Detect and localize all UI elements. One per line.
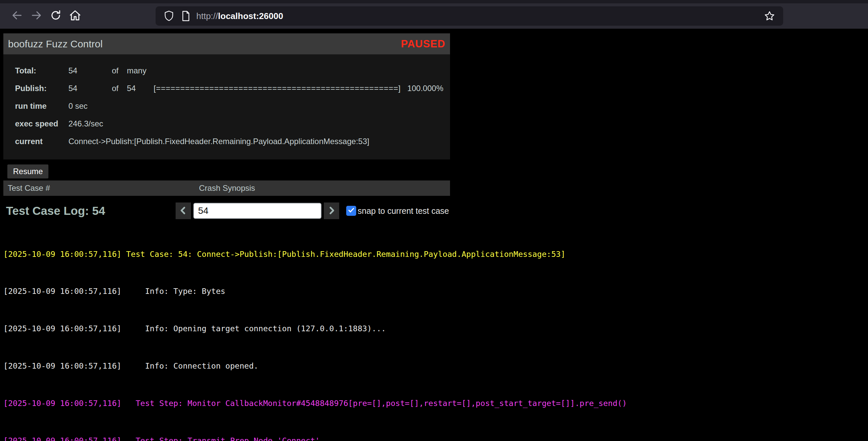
- stat-label: Total:: [15, 66, 68, 75]
- back-button[interactable]: [7, 6, 27, 26]
- page-info-icon[interactable]: [181, 10, 190, 22]
- forward-button[interactable]: [27, 6, 46, 26]
- test-case-input[interactable]: [193, 203, 321, 219]
- crash-table-col-testcase: Test Case #: [3, 183, 199, 193]
- stat-value: 246.3/sec: [68, 119, 103, 129]
- checkmark-icon: [347, 206, 355, 215]
- resume-button[interactable]: Resume: [7, 165, 49, 178]
- log-line: [2025-10-09 16:00:57,116] Info: Connecti…: [3, 360, 868, 372]
- url-text: http://localhost:26000: [196, 11, 283, 21]
- log-message: Info: Connection opened.: [122, 361, 258, 371]
- stat-max: many: [127, 66, 154, 75]
- log-timestamp: [2025-10-09 16:00:57,116]: [3, 399, 122, 408]
- stats-row-execspeed: exec speed 246.3/sec: [3, 115, 450, 132]
- page-content: boofuzz Fuzz Control PAUSED Total: 54 of…: [0, 29, 868, 441]
- stats-row-runtime: run time 0 sec: [3, 97, 450, 115]
- crash-table-col-synopsis: Crash Synopsis: [199, 183, 255, 193]
- stats-row-total: Total: 54 of many: [3, 62, 450, 79]
- log-timestamp: [2025-10-09 16:00:57,116]: [3, 436, 122, 441]
- log-header-row: Test Case Log: 54 snap to current test c…: [3, 202, 450, 219]
- log-message: Info: Type: Bytes: [122, 286, 225, 296]
- log-message: Test Case: 54: Connect->Publish:[Publish…: [122, 249, 565, 259]
- shield-icon[interactable]: [163, 10, 174, 22]
- stats-row-publish: Publish: 54 of 54 [=====================…: [3, 79, 450, 97]
- chevron-left-icon: [179, 205, 188, 216]
- test-case-log: [2025-10-09 16:00:57,116] Test Case: 54:…: [3, 223, 868, 441]
- log-title: Test Case Log: 54: [6, 204, 105, 217]
- log-timestamp: [2025-10-09 16:00:57,116]: [3, 286, 122, 296]
- stat-value: 0 sec: [68, 101, 88, 111]
- chevron-right-icon: [327, 205, 336, 216]
- home-icon: [69, 9, 82, 23]
- home-button[interactable]: [65, 6, 85, 26]
- stat-value: Connect->Publish:[Publish.FixedHeader.Re…: [68, 137, 369, 146]
- reload-button[interactable]: [46, 6, 65, 26]
- status-badge: PAUSED: [401, 38, 445, 50]
- url-protocol: http://: [196, 11, 218, 21]
- stat-label: current: [15, 137, 68, 146]
- log-timestamp: [2025-10-09 16:00:57,116]: [3, 249, 122, 259]
- stats-row-current: current Connect->Publish:[Publish.FixedH…: [3, 132, 450, 150]
- app-header: boofuzz Fuzz Control PAUSED: [3, 33, 450, 55]
- tab-strip: [0, 0, 868, 3]
- log-message: Test Step: Transmit Prep Node 'Connect': [122, 436, 320, 441]
- forward-arrow-icon: [30, 9, 42, 23]
- url-bar[interactable]: http://localhost:26000: [156, 6, 783, 26]
- browser-toolbar: http://localhost:26000: [0, 3, 868, 29]
- log-line: [2025-10-09 16:00:57,116] Info: Type: By…: [3, 285, 868, 298]
- stat-max: 54: [127, 84, 154, 93]
- progress-percent: 100.000%: [402, 84, 450, 93]
- back-arrow-icon: [11, 9, 23, 23]
- stats-panel: Total: 54 of many Publish: 54 of 54 [===…: [3, 55, 450, 160]
- log-line: [2025-10-09 16:00:57,116] Test Step: Tra…: [3, 435, 868, 441]
- bookmark-star-icon[interactable]: [764, 10, 775, 22]
- prev-test-case-button[interactable]: [176, 202, 191, 219]
- crash-table-header: Test Case # Crash Synopsis: [3, 180, 450, 196]
- log-message: Test Step: Monitor CallbackMonitor#45488…: [122, 399, 627, 408]
- stat-label: Publish:: [15, 84, 68, 93]
- page-title: boofuzz Fuzz Control: [8, 38, 102, 50]
- stat-value: 54: [68, 84, 112, 93]
- reload-icon: [50, 9, 62, 23]
- url-host: localhost:26000: [218, 11, 283, 21]
- log-timestamp: [2025-10-09 16:00:57,116]: [3, 361, 122, 371]
- log-message: Info: Opening target connection (127.0.0…: [122, 324, 386, 333]
- snap-checkbox-label: snap to current test case: [358, 206, 449, 216]
- stat-label: exec speed: [15, 119, 68, 129]
- stat-of: of: [112, 84, 127, 93]
- log-line: [2025-10-09 16:00:57,116] Test Case: 54:…: [3, 248, 868, 261]
- snap-checkbox[interactable]: [346, 206, 356, 216]
- next-test-case-button[interactable]: [324, 202, 339, 219]
- stat-value: 54: [68, 66, 112, 75]
- log-line: [2025-10-09 16:00:57,116] Test Step: Mon…: [3, 397, 868, 410]
- test-case-controls: snap to current test case: [173, 202, 449, 219]
- log-line: [2025-10-09 16:00:57,116] Info: Opening …: [3, 323, 868, 335]
- stat-of: of: [112, 66, 127, 75]
- stat-label: run time: [15, 101, 68, 111]
- ascii-progress-bar: [=======================================…: [154, 84, 402, 93]
- log-timestamp: [2025-10-09 16:00:57,116]: [3, 324, 122, 333]
